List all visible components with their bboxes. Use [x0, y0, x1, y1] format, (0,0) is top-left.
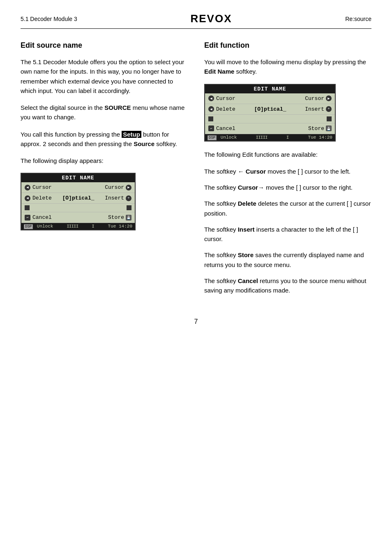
lcd-row3-right-col: [205, 115, 335, 123]
lcd-row4-right-col: ↩ Cancel Store 💾: [205, 123, 335, 134]
sk2-prefix: The softkey: [204, 184, 238, 191]
lcd-row2-center: [O]ptical_: [62, 195, 94, 201]
lcd-r2-center: [O]ptical_: [254, 106, 286, 112]
softkey-para-1: The softkey ← Cursor moves the [ ] curso…: [204, 167, 371, 176]
lcd-row4-right-label: Store: [108, 214, 124, 221]
cursor-left-icon-r: ◀: [208, 95, 214, 101]
lcd-row3-left-side: [25, 205, 30, 210]
lcd-title-right: EDIT NAME: [205, 85, 335, 93]
page-header: 5.1 Decoder Module 3 REVOX Re:source: [21, 12, 371, 29]
delete-icon-left: ◀: [25, 195, 30, 201]
header-right: Re:source: [345, 16, 371, 22]
sk2-suffix: moves the [ ] cursor to the right.: [264, 184, 353, 191]
lcd-r4-left-label: Cancel: [216, 125, 235, 132]
sk6-prefix: The softkey: [204, 277, 238, 284]
lcd-bottom-time-right: Tue 14:20: [308, 135, 332, 140]
lcd-bottom-right: DSP Unlock IIIII I Tue 14:20: [205, 134, 335, 141]
left-para3-suffix2: softkey.: [154, 140, 177, 147]
lcd-display-left: EDIT NAME ◀ Cursor Cursor ▶: [21, 173, 136, 230]
lcd-r3-right: [327, 116, 332, 121]
lcd-row2-left-label: Delete: [32, 195, 52, 201]
sk2-bold: Cursor→: [238, 184, 264, 191]
lcd-unlock-left: Unlock: [37, 224, 53, 229]
left-column: Edit source name The 5.1 Decoder Module …: [21, 41, 188, 302]
lcd-row2-left: ◀ Delete [O]ptical_ Insert +: [21, 193, 135, 204]
sk3-bold: Delete: [238, 200, 256, 207]
softkey-para-6: The softkey Cancel returns you to the so…: [204, 276, 371, 295]
lcd-row2-right-side: Insert +: [105, 195, 131, 201]
left-para4: The following display appears:: [21, 156, 188, 165]
lcd-r2-right-label: Insert: [305, 106, 324, 112]
lcd-r2-right: Insert +: [305, 106, 332, 112]
right-para1-prefix: You will move to the following menu disp…: [204, 58, 366, 65]
lcd-sep-left: I: [92, 224, 95, 229]
lcd-row1-left: ◀ Cursor Cursor ▶: [21, 182, 135, 193]
left-para2: Select the digital source in the SOURCE …: [21, 103, 188, 122]
lcd-r3-left: [208, 116, 213, 121]
functions-intro: The following Edit functions are availab…: [204, 150, 371, 159]
sk4-bold: Insert: [238, 226, 255, 233]
lcd-bottom-left-section: DSP Unlock: [24, 224, 53, 229]
lcd-row1-right-label: Cursor: [105, 184, 124, 190]
dsp-badge-right: DSP: [208, 135, 217, 140]
lcd-r4-right-label: Store: [308, 125, 324, 132]
delete-icon-right: ◀: [208, 106, 214, 112]
right-heading: Edit function: [204, 41, 371, 50]
sk1-prefix: The softkey: [204, 168, 238, 175]
sk3-prefix: The softkey: [204, 200, 238, 207]
page-container: 5.1 Decoder Module 3 REVOX Re:source Edi…: [0, 0, 392, 555]
lcd-bottom-center-right: IIIII: [256, 135, 267, 140]
dsp-badge-left: DSP: [24, 224, 33, 229]
lcd-r4-left: ↩ Cancel: [208, 125, 235, 132]
left-para1: The 5.1 Decoder Module offers you the op…: [21, 57, 188, 95]
lcd-row2-right-label: Insert: [105, 195, 124, 201]
insert-icon-right: +: [326, 106, 332, 112]
softkey-para-4: The softkey Insert inserts a character t…: [204, 225, 371, 244]
left-para2-bold: SOURCE: [104, 104, 131, 111]
header-left: 5.1 Decoder Module 3: [21, 16, 77, 22]
sk5-bold: Store: [238, 251, 254, 258]
lcd-title-left: EDIT NAME: [21, 174, 135, 182]
store-icon-right: 💾: [326, 125, 332, 131]
square-icon-r3-right: [327, 116, 332, 121]
square-icon-right-left: [127, 205, 131, 210]
lcd-bottom-time-left: Tue 14:20: [108, 224, 132, 229]
cancel-icon-right: ↩: [208, 125, 214, 131]
lcd-r2-left-label: Delete: [216, 106, 235, 112]
softkey-para-2: The softkey Cursor→ moves the [ ] cursor…: [204, 183, 371, 192]
lcd-unlock-right: Unlock: [221, 135, 237, 140]
cancel-icon-left: ↩: [25, 215, 30, 221]
lcd-r1-right: Cursor ▶: [305, 95, 332, 102]
sk1-arrow: ← Cursor: [238, 168, 266, 175]
store-icon-left: 💾: [126, 215, 131, 221]
insert-icon-left: +: [126, 195, 131, 201]
lcd-bottom-left: DSP Unlock IIIII I Tue 14:20: [21, 223, 135, 230]
lcd-row4-left: ↩ Cancel Store 💾: [21, 212, 135, 223]
header-logo: REVOX: [190, 12, 232, 25]
lcd-bars-right: IIIII: [256, 135, 267, 140]
lcd-row4-left-side: ↩ Cancel: [25, 214, 52, 221]
lcd-row3-right-side: [127, 205, 131, 210]
softkey-para-5: The softkey Store saves the currently di…: [204, 250, 371, 269]
main-content: Edit source name The 5.1 Decoder Module …: [21, 41, 371, 302]
cursor-right-icon-r: ▶: [326, 95, 332, 101]
left-para3-bold: Setup: [122, 131, 141, 138]
left-para3: You call this function by pressing the S…: [21, 130, 188, 149]
sk6-bold: Cancel: [238, 277, 258, 284]
lcd-sep-right: I: [286, 135, 289, 140]
page-number: 7: [21, 318, 371, 325]
right-para1-bold: Edit Name: [204, 68, 234, 75]
lcd-row2-right-col: ◀ Delete [O]ptical_ Insert +: [205, 104, 335, 115]
lcd-r4-right: Store 💾: [308, 125, 332, 132]
lcd-row1-right-col: ◀ Cursor Cursor ▶: [205, 93, 335, 104]
sk1-suffix: moves the [ ] cursor to the left.: [266, 168, 350, 175]
lcd-row4-left-label: Cancel: [32, 214, 52, 221]
softkey-para-3: The softkey Delete deletes the cursor at…: [204, 199, 371, 218]
lcd-row3-left: [21, 204, 135, 212]
lcd-bottom-sep-right: I: [286, 135, 289, 140]
right-para1-suffix: softkey.: [234, 68, 257, 75]
square-icon-left: [25, 205, 30, 210]
lcd-bottom-center-left: IIIII: [67, 224, 78, 229]
cursor-right-icon: ▶: [126, 185, 131, 190]
lcd-bottom-right-section: DSP Unlock: [208, 135, 237, 140]
